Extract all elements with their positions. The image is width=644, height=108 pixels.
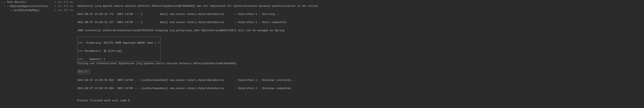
console-line: 2021-08-07 23:06:35.727 INFO 14748 --- [… [77, 20, 642, 24]
tree-spacer [8, 9, 10, 11]
tree-row-test-class[interactable]: ▾ ✔ EmployeeApplicationTests 1 sec 975 m… [0, 4, 75, 8]
tree-label: testDeleteByMap() [13, 9, 54, 12]
tree-row-test-method[interactable]: ✔ testDeleteByMap() 1 sec 975 ms [0, 8, 75, 12]
console-line: Closing non transactional SqlSession [or… [77, 62, 642, 66]
console-line: Process finished with exit code 0 [77, 99, 642, 103]
test-pass-icon: ✔ [4, 0, 6, 4]
sql-highlight-box: ==> Preparing: DELETE FROM employee WHER… [77, 37, 160, 62]
chevron-down-icon[interactable]: ▾ [1, 1, 3, 3]
console-line: JDBC Connection [HikariProxyConnection@3… [77, 28, 642, 33]
console-line: ==> Parameters: 赵 6(String) [78, 49, 160, 53]
tree-label: EmployeeApplicationTests [10, 5, 54, 8]
tree-label: Test Results [7, 0, 54, 4]
console-line: 2021-08-07 23:06:35.994 INFO 14748 --- [… [77, 86, 642, 91]
tree-timing: 1 sec 975 ms [54, 0, 73, 4]
success-text: 删除成功 [78, 70, 89, 73]
console-line: SqlSession [org.apache.ibatis.session.de… [77, 4, 642, 8]
console-line: ==> Preparing: DELETE FROM employee WHER… [78, 41, 160, 45]
test-results-sidebar: ▾ ✔ Test Results 1 sec 975 ms ▾ ✔ Employ… [0, 0, 76, 108]
tree-timing: 1 sec 975 ms [54, 9, 73, 12]
main-container: ▾ ✔ Test Results 1 sec 975 ms ▾ ✔ Employ… [0, 0, 644, 108]
tree-row-test-results[interactable]: ▾ ✔ Test Results 1 sec 975 ms [0, 0, 75, 4]
tree-timing: 1 sec 975 ms [54, 5, 73, 8]
test-pass-icon: ✔ [10, 9, 12, 12]
chevron-down-icon[interactable]: ▾ [4, 5, 6, 7]
console-line: 2021-08-07 23:06:34.772 INFO 14748 --- [… [77, 12, 642, 16]
console-output[interactable]: SqlSession [org.apache.ibatis.session.de… [76, 0, 644, 108]
console-line: 2021-08-07 23:06:35.910 INFO 14748 --- [… [77, 78, 642, 82]
console-line: 删除成功 [77, 70, 642, 74]
console-line: <== Updates: 1 [78, 57, 160, 61]
success-highlight-box: 删除成功 [77, 70, 90, 74]
test-pass-icon: ✔ [7, 5, 9, 8]
